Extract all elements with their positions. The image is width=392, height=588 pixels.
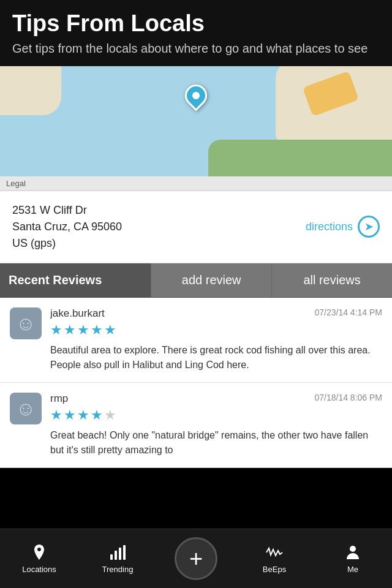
- header: Tips From Locals Get tips from the local…: [0, 0, 392, 66]
- svg-rect-3: [123, 545, 126, 560]
- tab-all-reviews[interactable]: all reviews: [271, 263, 392, 297]
- tab-recent-reviews: Recent Reviews: [0, 263, 151, 297]
- pin-circle: [181, 80, 212, 111]
- directions-button[interactable]: directions ➤: [306, 216, 380, 238]
- map-land-green: [208, 140, 392, 176]
- nav-me-label: Me: [347, 565, 358, 574]
- star-3: ★: [77, 322, 89, 338]
- legal-bar[interactable]: Legal: [0, 176, 392, 191]
- review-date: 07/23/14 4:14 PM: [314, 307, 382, 317]
- svg-rect-0: [110, 554, 113, 560]
- nav-beeps-label: BeEps: [263, 565, 286, 574]
- bottom-nav: Locations Trending + BeEps Me: [0, 529, 392, 588]
- review-header: jake.burkart 07/23/14 4:14 PM: [50, 307, 382, 320]
- avatar: ☺: [10, 307, 42, 339]
- nav-locations-label: Locations: [22, 565, 56, 574]
- star-5: ★: [104, 322, 116, 338]
- compass-icon: ➤: [358, 216, 380, 238]
- star-4: ★: [91, 322, 103, 338]
- star-5-empty: ★: [104, 407, 116, 423]
- pin-inner: [192, 92, 200, 99]
- star-1: ★: [50, 407, 62, 423]
- review-username: jake.burkart: [50, 307, 105, 320]
- user-icon: ☺: [16, 399, 36, 418]
- svg-rect-2: [119, 548, 121, 560]
- review-item: ☺ rmp 07/18/14 8:06 PM ★ ★ ★ ★ ★ Great b…: [0, 383, 392, 468]
- star-2: ★: [64, 322, 76, 338]
- nav-beeps[interactable]: BeEps: [235, 543, 314, 574]
- nav-trending[interactable]: Trending: [78, 543, 157, 574]
- app-title: Tips From Locals: [12, 11, 380, 37]
- review-content: rmp 07/18/14 8:06 PM ★ ★ ★ ★ ★ Great bea…: [50, 393, 382, 458]
- review-date: 07/18/14 8:06 PM: [314, 393, 382, 402]
- tab-add-review[interactable]: add review: [151, 263, 271, 297]
- star-2: ★: [64, 407, 76, 423]
- star-3: ★: [77, 407, 89, 423]
- address-text: 2531 W Cliff Dr Santa Cruz, CA 95060 US …: [12, 202, 122, 252]
- star-1: ★: [50, 322, 62, 338]
- review-header: rmp 07/18/14 8:06 PM: [50, 393, 382, 405]
- address-line1: 2531 W Cliff Dr: [12, 202, 122, 219]
- plus-icon: +: [189, 547, 203, 570]
- add-button[interactable]: +: [175, 537, 217, 580]
- map-land-left: [0, 66, 61, 115]
- review-body: Great beach! Only one "natural bridge" r…: [50, 428, 382, 458]
- reviews-tabs: Recent Reviews add review all reviews: [0, 263, 392, 298]
- location-icon: [30, 543, 48, 562]
- nav-plus[interactable]: +: [157, 537, 235, 580]
- address-line3: US (gps): [12, 235, 122, 252]
- review-username: rmp: [50, 393, 68, 405]
- map-view[interactable]: [0, 66, 392, 176]
- star-rating: ★ ★ ★ ★ ★: [50, 407, 382, 423]
- legal-label[interactable]: Legal: [6, 179, 26, 188]
- review-content: jake.burkart 07/23/14 4:14 PM ★ ★ ★ ★ ★ …: [50, 307, 382, 372]
- nav-trending-label: Trending: [102, 565, 134, 574]
- svg-point-4: [350, 546, 356, 552]
- review-body: Beautiful area to explore. There is grea…: [50, 343, 382, 372]
- star-rating: ★ ★ ★ ★ ★: [50, 322, 382, 338]
- star-4: ★: [91, 407, 103, 423]
- trending-icon: [108, 543, 127, 562]
- review-item: ☺ jake.burkart 07/23/14 4:14 PM ★ ★ ★ ★ …: [0, 298, 392, 383]
- directions-label: directions: [306, 221, 353, 233]
- me-icon: [344, 543, 362, 562]
- user-icon: ☺: [16, 314, 36, 333]
- address-line2: Santa Cruz, CA 95060: [12, 219, 122, 235]
- app-subtitle: Get tips from the locals about where to …: [12, 40, 380, 56]
- address-bar: 2531 W Cliff Dr Santa Cruz, CA 95060 US …: [0, 191, 392, 263]
- nav-locations[interactable]: Locations: [0, 543, 78, 574]
- beeps-icon: [265, 543, 284, 562]
- map-pin: [185, 85, 207, 107]
- avatar: ☺: [10, 393, 42, 424]
- svg-rect-1: [115, 551, 117, 560]
- nav-me[interactable]: Me: [314, 543, 392, 574]
